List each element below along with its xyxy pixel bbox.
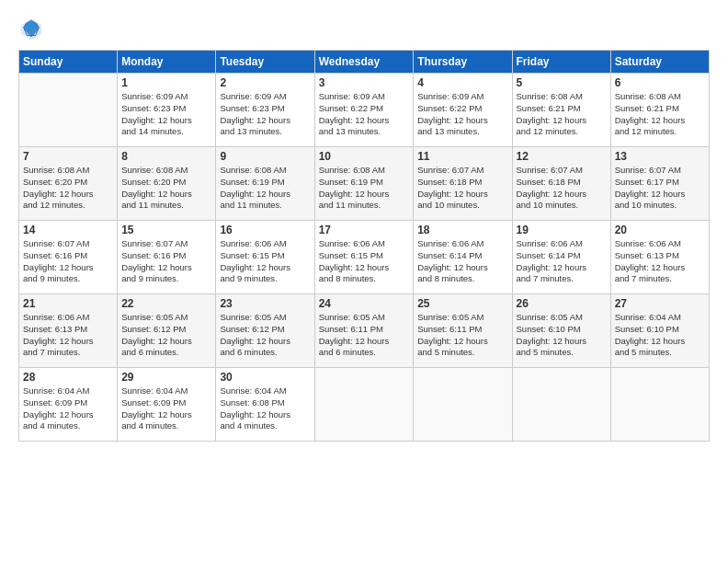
day-number: 22 [121,297,211,310]
day-number: 26 [517,297,607,310]
day-number: 8 [121,150,211,163]
day-number: 7 [23,150,113,163]
calendar-cell: 6Sunrise: 6:08 AM Sunset: 6:21 PM Daylig… [610,74,709,147]
day-info: Sunrise: 6:09 AM Sunset: 6:23 PM Dayligh… [121,91,211,138]
calendar-cell: 1Sunrise: 6:09 AM Sunset: 6:23 PM Daylig… [118,74,216,147]
day-info: Sunrise: 6:05 AM Sunset: 6:11 PM Dayligh… [319,312,410,359]
day-number: 27 [615,297,705,310]
col-monday: Monday [118,51,216,74]
day-number: 23 [220,297,310,310]
day-number: 25 [417,297,507,310]
calendar-cell: 30Sunrise: 6:04 AM Sunset: 6:08 PM Dayli… [216,368,314,442]
day-info: Sunrise: 6:08 AM Sunset: 6:19 PM Dayligh… [319,165,410,212]
day-number: 2 [220,76,310,89]
day-number: 29 [121,371,211,384]
day-info: Sunrise: 6:04 AM Sunset: 6:09 PM Dayligh… [23,385,113,432]
calendar-cell: 5Sunrise: 6:08 AM Sunset: 6:21 PM Daylig… [512,74,610,147]
day-number: 21 [23,297,113,310]
calendar-cell: 2Sunrise: 6:09 AM Sunset: 6:23 PM Daylig… [216,74,314,147]
day-info: Sunrise: 6:06 AM Sunset: 6:15 PM Dayligh… [319,238,410,285]
day-info: Sunrise: 6:06 AM Sunset: 6:14 PM Dayligh… [417,238,507,285]
day-number: 19 [517,224,607,236]
calendar-cell: 25Sunrise: 6:05 AM Sunset: 6:11 PM Dayli… [414,294,512,368]
calendar-cell: 12Sunrise: 6:07 AM Sunset: 6:18 PM Dayli… [512,147,610,221]
calendar-cell: 3Sunrise: 6:09 AM Sunset: 6:22 PM Daylig… [314,74,414,147]
calendar-cell: 4Sunrise: 6:09 AM Sunset: 6:22 PM Daylig… [414,74,512,147]
day-info: Sunrise: 6:06 AM Sunset: 6:13 PM Dayligh… [615,238,705,285]
day-number: 16 [220,224,310,236]
calendar-cell: 19Sunrise: 6:06 AM Sunset: 6:14 PM Dayli… [512,221,610,294]
day-number: 5 [517,76,607,89]
day-info: Sunrise: 6:06 AM Sunset: 6:15 PM Dayligh… [220,238,310,285]
calendar-cell: 24Sunrise: 6:05 AM Sunset: 6:11 PM Dayli… [314,294,414,368]
day-number: 18 [417,224,507,236]
day-number: 4 [417,76,507,89]
calendar-cell [610,368,709,442]
col-saturday: Saturday [610,51,709,74]
day-number: 1 [121,76,211,89]
col-thursday: Thursday [414,51,512,74]
col-tuesday: Tuesday [216,51,314,74]
calendar-cell: 23Sunrise: 6:05 AM Sunset: 6:12 PM Dayli… [216,294,314,368]
calendar-cell: 22Sunrise: 6:05 AM Sunset: 6:12 PM Dayli… [118,294,216,368]
day-number: 28 [23,371,113,384]
day-number: 11 [417,150,507,163]
day-info: Sunrise: 6:09 AM Sunset: 6:23 PM Dayligh… [220,91,310,138]
col-friday: Friday [512,51,610,74]
day-number: 6 [615,76,705,89]
day-info: Sunrise: 6:07 AM Sunset: 6:18 PM Dayligh… [517,165,607,212]
calendar-cell: 29Sunrise: 6:04 AM Sunset: 6:09 PM Dayli… [118,368,216,442]
day-info: Sunrise: 6:08 AM Sunset: 6:20 PM Dayligh… [23,165,113,212]
calendar-cell: 26Sunrise: 6:05 AM Sunset: 6:10 PM Dayli… [512,294,610,368]
day-info: Sunrise: 6:06 AM Sunset: 6:13 PM Dayligh… [23,312,113,359]
col-sunday: Sunday [19,51,118,74]
calendar-cell [414,368,512,442]
calendar-cell: 27Sunrise: 6:04 AM Sunset: 6:10 PM Dayli… [610,294,709,368]
day-info: Sunrise: 6:08 AM Sunset: 6:21 PM Dayligh… [615,91,705,138]
day-number: 24 [319,297,410,310]
day-number: 30 [220,371,310,384]
day-info: Sunrise: 6:05 AM Sunset: 6:12 PM Dayligh… [220,312,310,359]
day-info: Sunrise: 6:08 AM Sunset: 6:19 PM Dayligh… [220,165,310,212]
day-info: Sunrise: 6:06 AM Sunset: 6:14 PM Dayligh… [517,238,607,285]
calendar-cell: 20Sunrise: 6:06 AM Sunset: 6:13 PM Dayli… [610,221,709,294]
day-number: 20 [615,224,705,236]
col-wednesday: Wednesday [314,51,414,74]
calendar-cell: 7Sunrise: 6:08 AM Sunset: 6:20 PM Daylig… [19,147,118,221]
calendar-week-row: 21Sunrise: 6:06 AM Sunset: 6:13 PM Dayli… [19,294,710,368]
calendar-cell: 21Sunrise: 6:06 AM Sunset: 6:13 PM Dayli… [19,294,118,368]
calendar-week-row: 1Sunrise: 6:09 AM Sunset: 6:23 PM Daylig… [19,74,710,147]
calendar-week-row: 28Sunrise: 6:04 AM Sunset: 6:09 PM Dayli… [19,368,710,442]
day-info: Sunrise: 6:07 AM Sunset: 6:16 PM Dayligh… [23,238,113,285]
calendar-header-row: Sunday Monday Tuesday Wednesday Thursday… [19,51,710,74]
day-info: Sunrise: 6:04 AM Sunset: 6:09 PM Dayligh… [121,385,211,432]
day-info: Sunrise: 6:04 AM Sunset: 6:10 PM Dayligh… [615,312,705,359]
day-number: 3 [319,76,410,89]
day-info: Sunrise: 6:08 AM Sunset: 6:21 PM Dayligh… [517,91,607,138]
day-info: Sunrise: 6:09 AM Sunset: 6:22 PM Dayligh… [417,91,507,138]
page-header [18,17,710,42]
calendar-cell: 28Sunrise: 6:04 AM Sunset: 6:09 PM Dayli… [19,368,118,442]
calendar-cell: 17Sunrise: 6:06 AM Sunset: 6:15 PM Dayli… [314,221,414,294]
day-info: Sunrise: 6:07 AM Sunset: 6:16 PM Dayligh… [121,238,211,285]
day-number: 13 [615,150,705,163]
calendar-cell: 15Sunrise: 6:07 AM Sunset: 6:16 PM Dayli… [118,221,216,294]
calendar-cell: 8Sunrise: 6:08 AM Sunset: 6:20 PM Daylig… [118,147,216,221]
calendar-week-row: 14Sunrise: 6:07 AM Sunset: 6:16 PM Dayli… [19,221,710,294]
calendar-table: Sunday Monday Tuesday Wednesday Thursday… [18,50,710,442]
calendar-cell: 16Sunrise: 6:06 AM Sunset: 6:15 PM Dayli… [216,221,314,294]
day-info: Sunrise: 6:08 AM Sunset: 6:20 PM Dayligh… [121,165,211,212]
day-number: 17 [319,224,410,236]
day-info: Sunrise: 6:09 AM Sunset: 6:22 PM Dayligh… [319,91,410,138]
day-info: Sunrise: 6:07 AM Sunset: 6:17 PM Dayligh… [615,165,705,212]
calendar-cell: 13Sunrise: 6:07 AM Sunset: 6:17 PM Dayli… [610,147,709,221]
calendar-cell [314,368,414,442]
calendar-week-row: 7Sunrise: 6:08 AM Sunset: 6:20 PM Daylig… [19,147,710,221]
day-number: 14 [23,224,113,236]
calendar-cell: 14Sunrise: 6:07 AM Sunset: 6:16 PM Dayli… [19,221,118,294]
calendar-cell: 18Sunrise: 6:06 AM Sunset: 6:14 PM Dayli… [414,221,512,294]
day-info: Sunrise: 6:04 AM Sunset: 6:08 PM Dayligh… [220,385,310,432]
day-number: 10 [319,150,410,163]
calendar-cell [19,74,118,147]
day-info: Sunrise: 6:05 AM Sunset: 6:10 PM Dayligh… [517,312,607,359]
